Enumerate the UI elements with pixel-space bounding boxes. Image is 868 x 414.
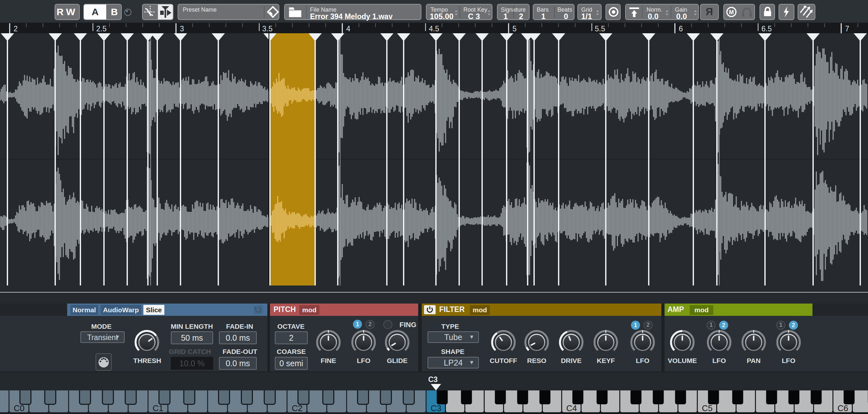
svg-text:6.5: 6.5 (762, 25, 772, 33)
svg-text:C3: C3 (430, 403, 441, 413)
svg-text:7: 7 (845, 25, 849, 33)
svg-text:4: 4 (346, 25, 350, 33)
svg-text:C0: C0 (13, 403, 24, 413)
svg-text:C5: C5 (702, 403, 712, 413)
svg-text:C6: C6 (837, 403, 848, 413)
svg-text:2.5: 2.5 (96, 25, 106, 33)
svg-text:5: 5 (513, 25, 517, 33)
svg-text:M: M (729, 9, 734, 15)
svg-text:C4: C4 (566, 403, 577, 413)
svg-text:4.5: 4.5 (429, 25, 439, 33)
svg-text:2: 2 (13, 25, 18, 33)
svg-text:C1: C1 (152, 403, 163, 413)
svg-text:3: 3 (180, 25, 184, 33)
svg-text:5.5: 5.5 (595, 25, 605, 33)
svg-text:6: 6 (679, 25, 683, 33)
svg-text:C2: C2 (291, 403, 302, 413)
svg-text:3.5: 3.5 (262, 25, 273, 33)
